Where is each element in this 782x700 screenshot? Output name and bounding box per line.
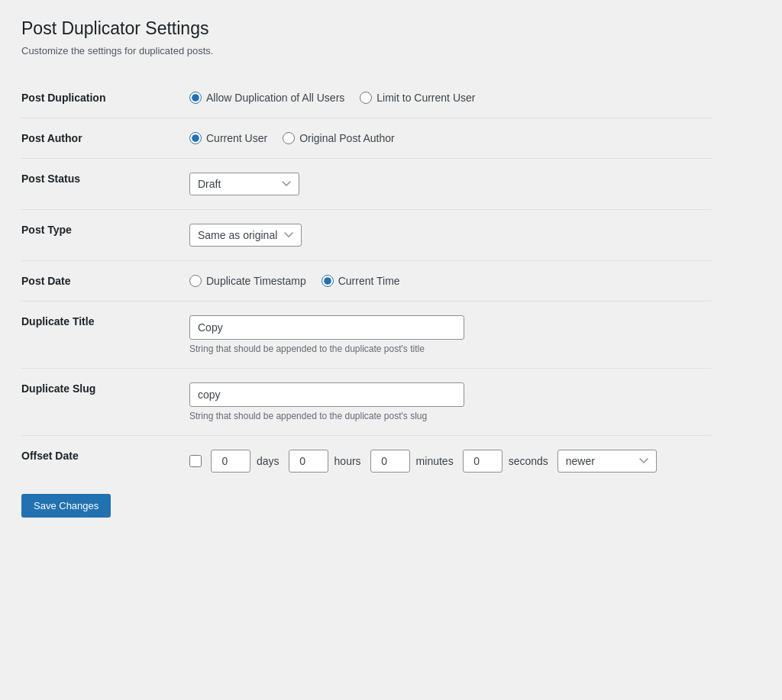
duplication-current-label: Limit to Current User xyxy=(376,92,475,104)
post-status-select[interactable]: Draft Published Private Pending Review xyxy=(189,173,299,195)
post-status-row: Post Status Draft Published Private Pend… xyxy=(21,159,712,210)
post-type-select[interactable]: Same as original Post Page xyxy=(189,224,302,247)
date-current-radio[interactable] xyxy=(322,275,334,287)
duplicate-title-input[interactable] xyxy=(189,315,464,340)
offset-seconds-input[interactable] xyxy=(463,450,502,473)
settings-table: Post Duplication Allow Duplication of Al… xyxy=(21,78,712,486)
offset-date-label: Offset Date xyxy=(21,450,79,462)
duplicate-slug-row: Duplicate Slug String that should be app… xyxy=(21,369,712,436)
date-duplicate-radio[interactable] xyxy=(189,275,202,287)
date-current-option[interactable]: Current Time xyxy=(322,275,400,287)
author-current-radio[interactable] xyxy=(189,132,202,144)
duplication-all-radio[interactable] xyxy=(189,92,202,104)
offset-date-row: Offset Date days hours minutes seconds xyxy=(21,436,712,487)
post-type-label: Post Type xyxy=(21,224,72,236)
offset-minutes-input[interactable] xyxy=(370,450,410,473)
duplicate-slug-input[interactable] xyxy=(189,382,464,407)
date-current-label: Current Time xyxy=(338,275,400,287)
author-original-radio[interactable] xyxy=(283,132,295,144)
post-type-row: Post Type Same as original Post Page xyxy=(21,210,712,261)
offset-days-input[interactable] xyxy=(211,450,250,473)
post-status-label: Post Status xyxy=(21,173,80,185)
post-author-group: Current User Original Post Author xyxy=(189,132,712,144)
date-duplicate-option[interactable]: Duplicate Timestamp xyxy=(189,275,306,287)
author-original-label: Original Post Author xyxy=(299,132,395,144)
post-duplication-row: Post Duplication Allow Duplication of Al… xyxy=(21,78,712,118)
offset-date-controls: days hours minutes seconds newer older xyxy=(189,450,712,473)
offset-hours-label: hours xyxy=(334,455,361,467)
author-original-option[interactable]: Original Post Author xyxy=(283,132,395,144)
offset-date-checkbox[interactable] xyxy=(189,455,202,467)
page-title: Post Duplicator Settings xyxy=(21,18,712,39)
duplicate-slug-hint: String that should be appended to the du… xyxy=(189,411,712,421)
duplicate-title-row: Duplicate Title String that should be ap… xyxy=(21,302,712,369)
duplication-all-option[interactable]: Allow Duplication of All Users xyxy=(189,92,344,104)
author-current-label: Current User xyxy=(206,132,267,144)
post-date-label: Post Date xyxy=(21,275,71,287)
post-duplication-group: Allow Duplication of All Users Limit to … xyxy=(189,92,712,104)
duplicate-title-hint: String that should be appended to the du… xyxy=(189,344,712,354)
duplication-all-label: Allow Duplication of All Users xyxy=(206,92,344,104)
page-subtitle: Customize the settings for duplicated po… xyxy=(21,45,712,56)
offset-direction-select[interactable]: newer older xyxy=(557,450,657,473)
offset-hours-input[interactable] xyxy=(289,450,328,473)
post-date-group: Duplicate Timestamp Current Time xyxy=(189,275,712,287)
offset-minutes-label: minutes xyxy=(416,455,454,467)
duplication-current-radio[interactable] xyxy=(360,92,372,104)
author-current-option[interactable]: Current User xyxy=(189,132,267,144)
post-author-label: Post Author xyxy=(21,132,82,144)
duplication-current-option[interactable]: Limit to Current User xyxy=(360,92,475,104)
date-duplicate-label: Duplicate Timestamp xyxy=(206,275,306,287)
post-duplication-label: Post Duplication xyxy=(21,92,105,104)
save-button[interactable]: Save Changes xyxy=(21,494,111,518)
duplicate-title-label: Duplicate Title xyxy=(21,315,94,327)
duplicate-slug-label: Duplicate Slug xyxy=(21,382,95,395)
post-date-row: Post Date Duplicate Timestamp Current Ti… xyxy=(21,261,712,302)
offset-seconds-label: seconds xyxy=(509,455,548,467)
post-author-row: Post Author Current User Original Post A… xyxy=(21,118,712,159)
offset-days-label: days xyxy=(257,455,280,467)
